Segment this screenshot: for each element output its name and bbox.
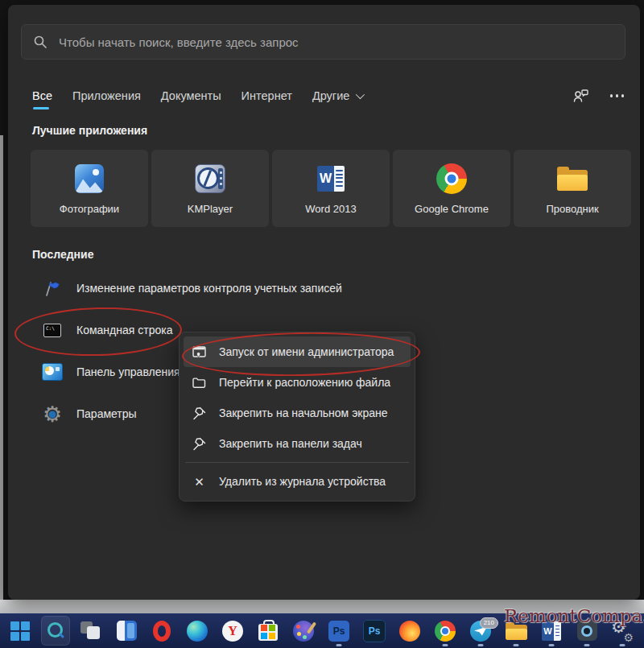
settings-gear-icon: ⚙ [42, 403, 63, 424]
pin-icon [192, 436, 207, 452]
edge-icon [187, 621, 208, 642]
menu-item-remove-from-history[interactable]: ✕ Удалить из журнала устройства [184, 466, 411, 497]
remove-icon: ✕ [192, 474, 207, 489]
chrome-icon [435, 621, 456, 642]
tile-kmplayer[interactable]: KMPlayer [151, 150, 269, 227]
photos-icon [73, 163, 105, 195]
recent-item-uac[interactable]: Изменение параметров контроля учетных за… [31, 267, 409, 309]
word-icon: W [315, 163, 347, 195]
search-input[interactable] [57, 35, 613, 50]
watermark: RemontCompa.ru [504, 605, 644, 626]
tile-photos[interactable]: Фотографии [31, 150, 148, 227]
menu-item-pin-to-taskbar[interactable]: Закрепить на панели задач [184, 428, 411, 459]
uac-flag-icon [42, 278, 63, 299]
tile-explorer[interactable]: Проводник [514, 150, 631, 227]
taskbar-start-button[interactable] [2, 613, 38, 648]
taskbar-photoshop2-button[interactable]: Ps [357, 613, 392, 648]
telegram-unread-badge: 210 [480, 617, 498, 629]
folder-icon [556, 163, 588, 195]
kmplayer-icon [194, 163, 226, 195]
pin-icon [192, 406, 207, 421]
run-as-admin-icon [192, 345, 207, 360]
tile-google-chrome[interactable]: Google Chrome [393, 150, 510, 227]
taskbar-chrome-button[interactable] [427, 613, 463, 648]
top-apps-tiles: Фотографии KMPlayer W Word 2013 Google C… [31, 150, 631, 227]
chrome-icon [436, 163, 468, 195]
taskbar-store-button[interactable] [250, 613, 286, 648]
recent-header: Последние [32, 248, 93, 261]
taskbar-snap-window-button[interactable] [109, 613, 144, 648]
screen: Все Приложения Документы Интернет Другие… [0, 0, 644, 648]
taskbar-photoshop1-button[interactable]: Ps [321, 613, 357, 648]
taskbar-yandex-button[interactable]: Y [215, 613, 250, 648]
running-indicator [478, 644, 484, 646]
taskbar-task-view-button[interactable] [73, 613, 109, 648]
tab-web[interactable]: Интернет [242, 89, 292, 102]
search-window: Все Приложения Документы Интернет Другие… [8, 5, 640, 600]
taskbar-telegram-button[interactable]: 210 [463, 613, 498, 648]
microsoft-store-icon [258, 624, 278, 642]
account-icon[interactable] [572, 88, 589, 104]
search-icon [33, 35, 47, 49]
context-menu: Запуск от имени администратора Перейти к… [179, 332, 415, 501]
search-box[interactable] [21, 24, 625, 60]
tab-documents[interactable]: Документы [161, 89, 221, 102]
taskbar-paint-button[interactable] [286, 613, 321, 648]
taskbar-search-button[interactable] [38, 613, 73, 648]
photoshop-icon: Ps [328, 621, 349, 642]
snap-window-icon [117, 621, 137, 641]
yandex-browser-icon: Y [222, 621, 243, 642]
taskbar-edge-button[interactable] [180, 613, 215, 648]
running-indicator [443, 644, 448, 646]
paint-palette-icon [293, 621, 314, 642]
running-indicator [584, 644, 590, 646]
control-panel-icon [42, 361, 63, 382]
telegram-icon: 210 [470, 621, 491, 642]
open-file-location-icon [192, 375, 207, 390]
menu-item-open-file-location[interactable]: Перейти к расположению файла [184, 367, 411, 398]
running-indicator [620, 644, 625, 646]
desktop-edge-sliver [0, 135, 3, 600]
firefox-icon [399, 621, 420, 642]
more-options-icon[interactable] [610, 94, 625, 97]
photoshop-icon: Ps [363, 620, 386, 642]
tab-more[interactable]: Другие [312, 89, 362, 102]
tile-word-2013[interactable]: W Word 2013 [272, 150, 390, 227]
running-indicator [514, 644, 519, 646]
chevron-down-icon [356, 90, 365, 99]
top-apps-header: Лучшие приложения [32, 124, 147, 137]
taskbar-opera-button[interactable] [144, 613, 180, 648]
tab-all[interactable]: Все [32, 89, 52, 102]
opera-icon [153, 621, 171, 642]
running-indicator [336, 644, 342, 646]
filter-tabs: Все Приложения Документы Интернет Другие [32, 82, 624, 109]
cmd-icon: C:\ [42, 320, 63, 341]
tab-apps[interactable]: Приложения [72, 89, 141, 102]
search-icon [46, 621, 65, 641]
taskbar-firefox-button[interactable] [392, 613, 427, 648]
running-indicator [549, 644, 555, 646]
menu-item-pin-to-start[interactable]: Закрепить на начальном экране [184, 398, 411, 428]
task-view-icon [80, 621, 101, 641]
menu-item-run-as-admin[interactable]: Запуск от имени администратора [184, 336, 411, 367]
windows-logo-icon [10, 621, 30, 641]
menu-separator [185, 462, 409, 463]
